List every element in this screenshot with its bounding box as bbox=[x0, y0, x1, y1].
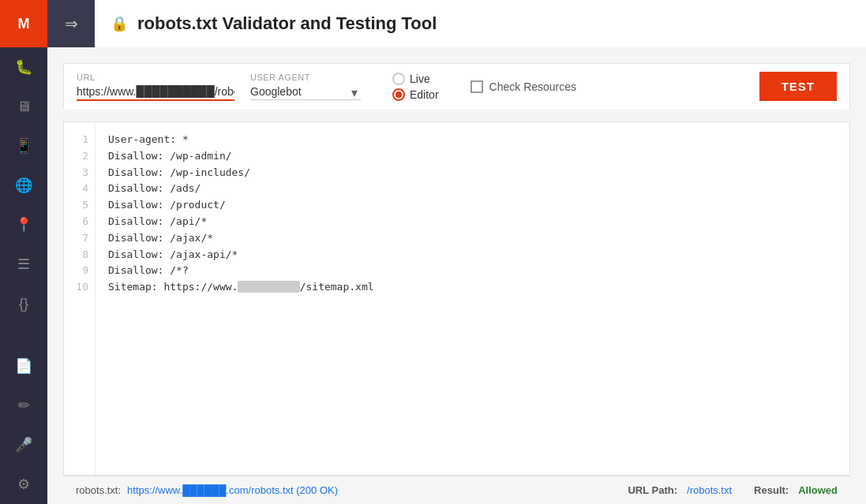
sidebar-item-location[interactable]: 📍 bbox=[0, 205, 47, 245]
test-button[interactable]: TEST bbox=[759, 72, 837, 101]
result-value: Allowed bbox=[798, 484, 838, 496]
line-number: 6 bbox=[70, 214, 88, 230]
user-agent-select-wrapper: Googlebot Bingbot DuckDuckBot Baiduspide… bbox=[250, 84, 361, 100]
sidebar-logo[interactable]: M bbox=[0, 0, 47, 47]
code-line: User-agent: * bbox=[108, 132, 837, 148]
sidebar-item-settings[interactable]: ⚙ bbox=[0, 465, 47, 504]
line-number: 8 bbox=[70, 247, 88, 263]
url-path: /robots.txt bbox=[687, 484, 732, 496]
code-line: Disallow: /ads/ bbox=[108, 181, 837, 197]
code-line: Disallow: /wp-admin/ bbox=[108, 148, 837, 165]
url-field-group: URL bbox=[77, 73, 234, 101]
line-number: 1 bbox=[70, 132, 88, 148]
sidebar-item-bug[interactable]: 🐛 bbox=[0, 47, 47, 87]
result-label: Result: bbox=[754, 484, 789, 496]
sidebar-item-monitor[interactable]: 🖥 bbox=[0, 87, 47, 126]
user-agent-label: User Agent bbox=[250, 73, 361, 82]
code-line: Disallow: /product/ bbox=[108, 197, 837, 214]
sidebar-item-globe[interactable]: 🌐 bbox=[0, 166, 47, 205]
robots-url[interactable]: https://www.██████.com/robots.txt (200 O… bbox=[127, 484, 338, 496]
main-content: ⇒ 🔒 robots.txt Validator and Testing Too… bbox=[47, 0, 866, 504]
check-resources-group[interactable]: Check Resources bbox=[470, 80, 577, 93]
arrow-icon: ⇒ bbox=[65, 14, 78, 33]
check-resources-label: Check Resources bbox=[489, 80, 577, 93]
code-line: Disallow: /*? bbox=[108, 263, 837, 279]
page-title: robots.txt Validator and Testing Tool bbox=[137, 13, 437, 34]
sidebar-item-code[interactable]: {} bbox=[0, 284, 47, 323]
line-number: 5 bbox=[70, 197, 88, 214]
radio-editor-label: Editor bbox=[410, 88, 439, 101]
radio-live-circle bbox=[392, 73, 405, 85]
code-line: Disallow: /ajax/* bbox=[108, 230, 837, 247]
sidebar-item-document[interactable]: 📄 bbox=[0, 346, 47, 386]
status-bar: robots.txt: https://www.██████.com/robot… bbox=[63, 476, 850, 504]
line-number: 7 bbox=[70, 230, 88, 247]
radio-live-label: Live bbox=[410, 73, 430, 85]
sidebar-item-list[interactable]: ☰ bbox=[0, 245, 47, 284]
code-line: Sitemap: https://www.██████████/sitemap.… bbox=[108, 279, 837, 296]
radio-editor[interactable]: Editor bbox=[392, 88, 439, 101]
collapse-button[interactable]: ⇒ bbox=[47, 0, 95, 47]
content-area: URL User Agent Googlebot Bingbot DuckDuc… bbox=[47, 47, 866, 504]
radio-live[interactable]: Live bbox=[392, 73, 439, 85]
editor-inner: 12345678910 User-agent: *Disallow: /wp-a… bbox=[64, 122, 849, 475]
sidebar: M 🐛 🖥 📱 🌐 📍 ☰ {} 📄 ✏ 🎤 ⚙ bbox=[0, 0, 47, 504]
url-input[interactable] bbox=[77, 84, 234, 101]
line-number: 3 bbox=[70, 165, 88, 181]
mode-radio-group: Live Editor bbox=[392, 73, 439, 101]
sidebar-item-mic[interactable]: 🎤 bbox=[0, 425, 47, 465]
line-number: 9 bbox=[70, 263, 88, 279]
check-resources-checkbox[interactable] bbox=[470, 80, 483, 93]
sidebar-item-mobile[interactable]: 📱 bbox=[0, 126, 47, 166]
line-number: 4 bbox=[70, 181, 88, 197]
line-number: 10 bbox=[70, 279, 88, 296]
editor-container: 12345678910 User-agent: *Disallow: /wp-a… bbox=[63, 121, 850, 476]
code-line: Disallow: /wp-includes/ bbox=[108, 165, 837, 181]
user-agent-select[interactable]: Googlebot Bingbot DuckDuckBot Baiduspide… bbox=[250, 84, 361, 100]
radio-editor-circle bbox=[392, 88, 405, 101]
url-label: URL bbox=[77, 73, 234, 82]
toolbar: URL User Agent Googlebot Bingbot DuckDuc… bbox=[63, 63, 850, 109]
code-line: Disallow: /api/* bbox=[108, 214, 837, 230]
line-numbers: 12345678910 bbox=[64, 122, 96, 475]
sidebar-item-edit[interactable]: ✏ bbox=[0, 386, 47, 425]
code-area[interactable]: User-agent: *Disallow: /wp-admin/Disallo… bbox=[96, 122, 849, 475]
user-agent-group: User Agent Googlebot Bingbot DuckDuckBot… bbox=[250, 73, 361, 100]
url-path-label: URL Path: bbox=[628, 484, 677, 496]
line-number: 2 bbox=[70, 148, 88, 165]
lock-icon: 🔒 bbox=[111, 15, 128, 32]
robots-label: robots.txt: bbox=[76, 484, 121, 496]
code-line: Disallow: /ajax-api/* bbox=[108, 247, 837, 263]
